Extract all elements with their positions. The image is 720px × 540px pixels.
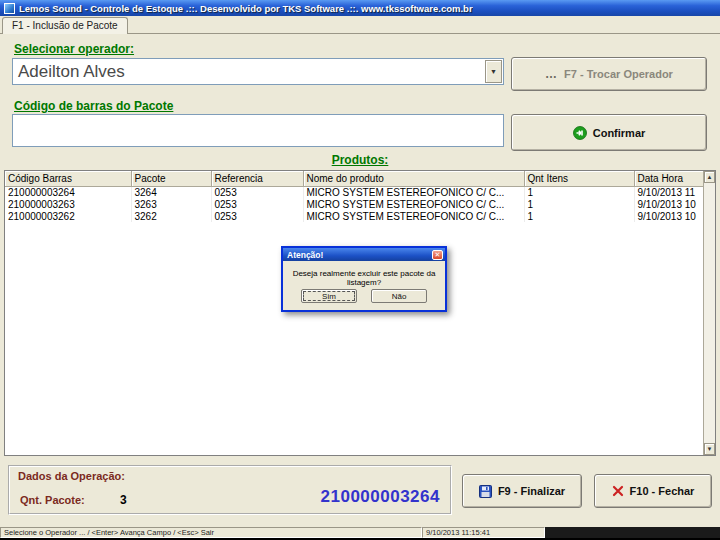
barcode-input[interactable] (12, 114, 504, 147)
table-cell: 9/10/2013 10 (634, 198, 703, 210)
table-cell: 210000003262 (5, 210, 131, 222)
f10-fechar-label: F10 - Fechar (630, 485, 695, 497)
table-cell: 1 (524, 186, 634, 198)
vertical-scrollbar[interactable]: ▲ ▼ (703, 171, 715, 455)
confirmar-label: Confirmar (593, 127, 646, 139)
operation-data-label: Dados da Operação: (18, 470, 125, 482)
scroll-up-icon[interactable]: ▲ (704, 171, 715, 183)
column-header[interactable]: Referencia (211, 171, 303, 186)
table-row[interactable]: 21000000326332630253MICRO SYSTEM ESTEREO… (5, 198, 703, 210)
operator-label: Selecionar operador: (14, 42, 134, 56)
statusbar-hint: Selecione o Operador ... / <Enter> Avanç… (0, 527, 422, 538)
column-header[interactable]: Código Barras (5, 171, 131, 186)
green-circle-arrow-icon (573, 126, 587, 140)
table-cell: 0253 (211, 198, 303, 210)
table-cell: MICRO SYSTEM ESTEREOFONICO C/ C... (303, 198, 524, 210)
table-cell: 9/10/2013 11 (634, 186, 703, 198)
statusbar: Selecione o Operador ... / <Enter> Avanç… (0, 527, 720, 538)
app-window: Lemos Sound - Controle de Estoque .::. D… (0, 0, 720, 540)
column-header[interactable]: Qnt Itens (524, 171, 634, 186)
table-cell: 3262 (131, 210, 211, 222)
column-header[interactable]: Nome do produto (303, 171, 524, 186)
confirmar-button[interactable]: Confirmar (511, 114, 707, 151)
ellipsis-icon: … (545, 67, 558, 81)
red-x-icon (612, 485, 624, 497)
chevron-down-icon[interactable]: ▼ (485, 60, 502, 83)
f9-finalizar-label: F9 - Finalizar (498, 485, 565, 497)
f7-trocar-operador-label: F7 - Trocar Operador (564, 68, 673, 80)
scroll-down-icon[interactable]: ▼ (704, 443, 715, 455)
floppy-disk-icon (479, 485, 492, 498)
table-cell: 210000003264 (5, 186, 131, 198)
table-cell: 1 (524, 210, 634, 222)
table-cell: 3264 (131, 186, 211, 198)
operation-data-panel: Dados da Operação: Qnt. Pacote: 3 210000… (8, 465, 452, 515)
window-title: Lemos Sound - Controle de Estoque .::. D… (19, 3, 473, 14)
table-row[interactable]: 21000000326432640253MICRO SYSTEM ESTEREO… (5, 186, 703, 198)
products-grid: Código BarrasPacoteReferenciaNome do pro… (4, 170, 716, 456)
sim-button[interactable]: Sim (301, 289, 357, 303)
tab-strip: F1 - Inclusão de Pacote (0, 16, 720, 34)
dialog-buttons: Sim Não (283, 289, 445, 303)
dialog-title: Atenção! (287, 250, 432, 260)
column-header[interactable]: Pacote (131, 171, 211, 186)
nao-button[interactable]: Não (371, 289, 427, 303)
table-cell: 9/10/2013 10 (634, 210, 703, 222)
barcode-label: Código de barras do Pacote (14, 99, 173, 113)
products-table: Código BarrasPacoteReferenciaNome do pro… (5, 171, 704, 222)
products-label: Produtos: (0, 153, 720, 167)
table-cell: 1 (524, 198, 634, 210)
qty-pacote-label: Qnt. Pacote: (20, 494, 85, 506)
products-table-body: 21000000326432640253MICRO SYSTEM ESTEREO… (5, 186, 703, 222)
dialog-titlebar[interactable]: Atenção! ✕ (283, 248, 445, 261)
products-header-row: Código BarrasPacoteReferenciaNome do pro… (5, 171, 703, 186)
qty-pacote-value: 3 (120, 493, 127, 507)
current-package-number: 210000003264 (321, 487, 440, 507)
statusbar-datetime: 9/10/2013 11:15:41 (422, 527, 545, 538)
close-icon[interactable]: ✕ (432, 250, 443, 260)
table-cell: 0253 (211, 210, 303, 222)
titlebar[interactable]: Lemos Sound - Controle de Estoque .::. D… (0, 0, 720, 16)
table-cell: MICRO SYSTEM ESTEREOFONICO C/ C... (303, 210, 524, 222)
table-cell: MICRO SYSTEM ESTEREOFONICO C/ C... (303, 186, 524, 198)
f10-fechar-button[interactable]: F10 - Fechar (594, 474, 712, 508)
table-cell: 0253 (211, 186, 303, 198)
table-cell: 210000003263 (5, 198, 131, 210)
app-icon (4, 3, 15, 14)
f9-finalizar-button[interactable]: F9 - Finalizar (462, 474, 582, 508)
table-cell: 3263 (131, 198, 211, 210)
operator-combobox[interactable]: Adeilton Alves ▼ (12, 58, 504, 85)
column-header[interactable]: Data Hora (634, 171, 703, 186)
f7-trocar-operador-button[interactable]: … F7 - Trocar Operador (511, 57, 707, 91)
statusbar-filler (545, 527, 720, 538)
dialog-message: Deseja realmente excluir este pacote da … (283, 261, 445, 287)
operator-value: Adeilton Alves (13, 62, 485, 82)
tab-f1-inclusao-de-pacote[interactable]: F1 - Inclusão de Pacote (2, 17, 128, 34)
table-row[interactable]: 21000000326232620253MICRO SYSTEM ESTEREO… (5, 210, 703, 222)
confirmation-dialog: Atenção! ✕ Deseja realmente excluir este… (281, 246, 447, 312)
